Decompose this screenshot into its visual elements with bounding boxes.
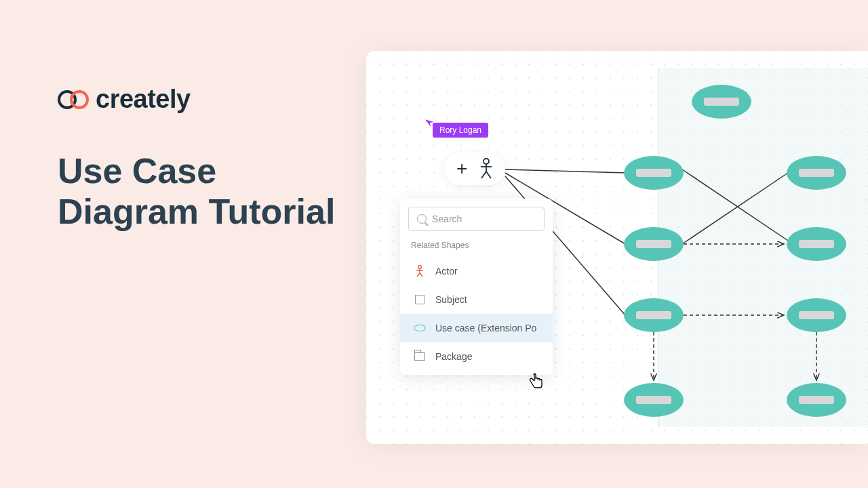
svg-line-14 xyxy=(481,171,486,178)
add-shape-pill[interactable]: + xyxy=(444,152,505,185)
use-case-ellipse[interactable] xyxy=(787,156,846,190)
use-case-ellipse[interactable] xyxy=(787,227,846,261)
shape-item-label: Subject xyxy=(435,294,467,305)
search-placeholder: Search xyxy=(432,214,462,224)
use-case-ellipse[interactable] xyxy=(692,85,751,119)
plus-icon[interactable]: + xyxy=(456,159,467,178)
svg-point-11 xyxy=(484,159,489,164)
use-case-ellipse[interactable] xyxy=(624,383,684,417)
shape-item-subject[interactable]: Subject xyxy=(400,285,553,314)
use-case-ellipse[interactable] xyxy=(624,156,684,190)
svg-line-19 xyxy=(417,273,420,277)
svg-line-2 xyxy=(505,169,625,173)
svg-line-15 xyxy=(486,171,491,178)
shape-item-actor[interactable]: Actor xyxy=(400,257,553,285)
logo-rings-icon xyxy=(58,89,89,110)
hero-content: creately Use Case Diagram Tutorial xyxy=(58,85,335,232)
collaborator-cursor: Rory Logan xyxy=(426,119,488,138)
usecase-mini-icon xyxy=(414,322,426,334)
svg-line-20 xyxy=(420,273,422,277)
brand-name: creately xyxy=(96,85,191,114)
use-case-ellipse[interactable] xyxy=(624,227,684,261)
svg-point-1 xyxy=(71,92,87,108)
actor-icon xyxy=(479,158,493,180)
shape-item-label: Use case (Extension Po xyxy=(435,323,536,333)
diagram-canvas[interactable]: Rory Logan + Search Related Shapes xyxy=(366,51,868,444)
shape-item-usecase[interactable]: Use case (Extension Po xyxy=(400,314,553,342)
search-input[interactable]: Search xyxy=(408,207,545,231)
collaborator-name: Rory Logan xyxy=(433,123,488,138)
page-title: Use Case Diagram Tutorial xyxy=(58,151,335,232)
search-icon xyxy=(417,214,427,224)
use-case-ellipse[interactable] xyxy=(787,298,846,332)
shape-item-label: Actor xyxy=(435,266,458,277)
shape-item-label: Package xyxy=(435,351,472,362)
subject-mini-icon xyxy=(414,293,426,306)
use-case-ellipse[interactable] xyxy=(624,298,684,332)
use-case-ellipse[interactable] xyxy=(787,383,846,417)
hand-cursor-icon xyxy=(529,373,544,392)
panel-heading: Related Shapes xyxy=(400,241,553,257)
brand-logo: creately xyxy=(58,85,335,114)
package-mini-icon xyxy=(414,350,426,363)
shapes-panel: Search Related Shapes Actor Subject Use … xyxy=(400,199,553,375)
actor-mini-icon xyxy=(414,265,426,277)
svg-point-16 xyxy=(418,266,422,269)
shape-item-package[interactable]: Package xyxy=(400,342,553,371)
